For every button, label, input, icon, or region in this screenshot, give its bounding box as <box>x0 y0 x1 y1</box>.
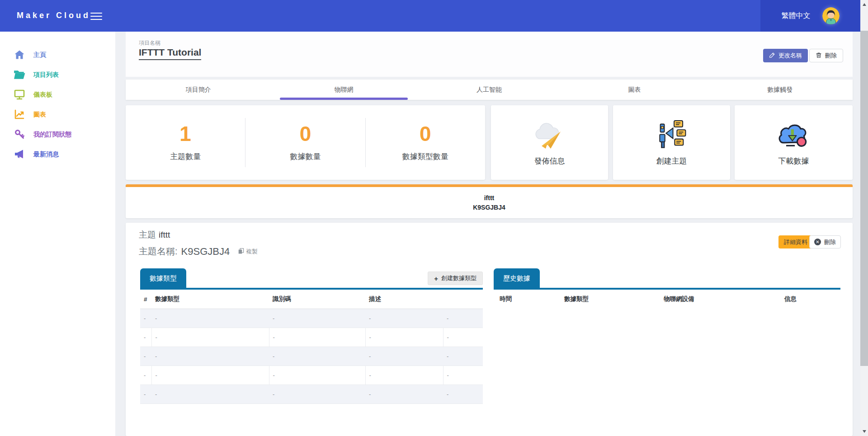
table-cell: - <box>140 385 151 404</box>
user-avatar[interactable] <box>822 7 840 24</box>
table-cell: - <box>151 328 269 347</box>
column-header: 數據類型 <box>151 290 269 309</box>
tab-charts[interactable]: 圖表 <box>562 80 708 100</box>
topic-banner-code: K9SGJBJ4 <box>473 204 505 211</box>
stat-data-count: 0 數據數量 <box>245 118 365 167</box>
topic-title-prefix: 主題 <box>139 230 156 239</box>
sidebar-item-label: 最新消息 <box>33 150 59 159</box>
key-icon <box>14 129 25 141</box>
table-cell: - <box>140 309 151 328</box>
download-data-icon <box>776 119 811 152</box>
topic-detail-card: 主題ifttt 主題名稱: K9SGJBJ4 複製 詳細資料 ✕ 刪除 數據類型… <box>126 223 853 436</box>
create-topic-card[interactable]: 創建主題 <box>613 105 730 180</box>
project-title: IFTTT Tutorial <box>139 47 201 60</box>
publish-message-card[interactable]: 發佈信息 <box>491 105 608 180</box>
create-datatype-button[interactable]: + 創建數據類型 <box>428 272 483 285</box>
table-cell: - <box>443 385 483 404</box>
table-row: ----- <box>140 328 483 347</box>
sidebar-item-home[interactable]: 主頁 <box>0 45 115 65</box>
history-table: 時間 數據類型 物聯網設備 信息 <box>494 290 840 309</box>
rename-button-label: 更改名稱 <box>778 52 802 60</box>
table-cell: - <box>269 347 365 366</box>
sidebar-item-label: 主頁 <box>33 51 46 59</box>
sidebar-item-projects[interactable]: 項目列表 <box>0 65 115 85</box>
column-header: 數據類型 <box>558 290 658 309</box>
project-header-section: 項目名稱 IFTTT Tutorial 更改名稱 刪除 <box>126 32 853 77</box>
stat-label: 數據類型數量 <box>402 151 448 162</box>
table-row: ----- <box>140 309 483 328</box>
sidebar-item-subscription[interactable]: 我的訂閱狀態 <box>0 125 115 145</box>
datatype-tab[interactable]: 數據類型 <box>140 268 186 288</box>
column-header: 物聯網設備 <box>658 290 778 309</box>
create-datatype-label: 創建數據類型 <box>441 274 476 282</box>
column-header: # <box>140 290 151 309</box>
delete-button-label: 刪除 <box>825 52 837 60</box>
table-cell: - <box>365 328 443 347</box>
brand-logo: Maker Cloud <box>17 11 90 20</box>
datatype-table: # 數據類型 識別碼 描述 ------------------------- <box>140 290 483 404</box>
sidebar-item-label: 圖表 <box>33 111 46 119</box>
column-header <box>443 290 483 309</box>
table-cell: - <box>151 385 269 404</box>
datatype-section: 數據類型 + 創建數據類型 # 數據類型 識別碼 描述 ------------… <box>140 268 483 404</box>
topic-delete-button[interactable]: ✕ 刪除 <box>809 235 841 248</box>
stat-value: 1 <box>179 123 191 144</box>
page-scrollbar <box>860 0 868 436</box>
delete-project-button[interactable]: 刪除 <box>809 49 843 62</box>
table-cell: - <box>151 309 269 328</box>
table-cell: - <box>140 328 151 347</box>
table-row: ----- <box>140 347 483 366</box>
hamburger-menu-icon[interactable] <box>90 13 102 20</box>
table-row: ----- <box>140 385 483 404</box>
table-cell: - <box>365 366 443 385</box>
history-tab[interactable]: 歷史數據 <box>494 268 540 288</box>
copy-topic-name-button[interactable]: 複製 <box>238 248 258 256</box>
language-block: 繁體中文 <box>760 0 860 32</box>
topic-details-button[interactable]: 詳細資料 <box>778 235 813 248</box>
stat-value: 0 <box>300 123 311 144</box>
tab-ai[interactable]: 人工智能 <box>416 80 562 100</box>
language-selector[interactable]: 繁體中文 <box>782 11 811 21</box>
sidebar-item-news[interactable]: 最新消息 <box>0 145 115 164</box>
tab-iot[interactable]: 物聯網 <box>271 80 417 100</box>
publish-message-icon <box>531 119 569 152</box>
x-circle-icon: ✕ <box>814 239 821 245</box>
topic-name-row: 主題名稱: K9SGJBJ4 複製 <box>139 245 258 258</box>
stat-label: 主題數量 <box>170 151 201 162</box>
scroll-down-arrow-icon[interactable] <box>860 428 868 435</box>
table-cell: - <box>151 347 269 366</box>
topic-banner-card[interactable]: ifttt K9SGJBJ4 <box>126 184 853 218</box>
table-cell: - <box>365 347 443 366</box>
column-header: 時間 <box>494 290 558 309</box>
topic-banner-name: ifttt <box>484 194 495 202</box>
stat-label: 數據數量 <box>290 151 321 162</box>
tab-project-intro[interactable]: 項目簡介 <box>126 80 271 100</box>
sidebar-item-charts[interactable]: 圖表 <box>0 105 115 125</box>
table-cell: - <box>269 328 365 347</box>
datatype-table-body: ------------------------- <box>140 309 483 404</box>
create-topic-icon <box>657 119 687 152</box>
column-header: 信息 <box>778 290 840 309</box>
table-cell: - <box>151 366 269 385</box>
pencil-icon <box>769 52 775 60</box>
download-data-card[interactable]: 下載數據 <box>735 105 853 180</box>
column-header: 描述 <box>365 290 443 309</box>
table-cell: - <box>365 309 443 328</box>
history-section: 歷史數據 時間 數據類型 物聯網設備 信息 <box>494 268 840 309</box>
monitor-icon <box>14 89 25 101</box>
stat-datatype-count: 0 數據類型數量 <box>365 118 485 167</box>
table-cell: - <box>269 309 365 328</box>
project-tabbar: 項目簡介 物聯網 人工智能 圖表 數據觸發 <box>126 80 853 100</box>
table-cell: - <box>140 366 151 385</box>
trash-icon <box>816 52 822 60</box>
table-cell: - <box>140 347 151 366</box>
action-card-label: 下載數據 <box>778 156 809 166</box>
project-name-label: 項目名稱 <box>139 39 160 47</box>
table-header-row: # 數據類型 識別碼 描述 <box>140 290 483 309</box>
scrollbar-thumb[interactable] <box>860 31 868 366</box>
scroll-up-arrow-icon[interactable] <box>860 1 868 8</box>
rename-project-button[interactable]: 更改名稱 <box>763 49 808 62</box>
tab-data-trigger[interactable]: 數據觸發 <box>707 80 853 100</box>
sidebar-item-dashboard[interactable]: 儀表板 <box>0 85 115 105</box>
home-icon <box>14 49 25 61</box>
